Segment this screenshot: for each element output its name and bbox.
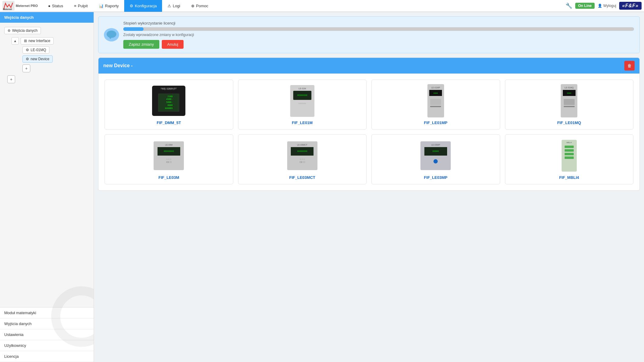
sidebar-item-uzytkownicy[interactable]: Użytkownicy — [0, 340, 94, 351]
add-child-button[interactable]: + — [22, 64, 30, 72]
device-card-le01mq[interactable]: LE-01MQ 0000 FIF_LE01MQ — [505, 80, 634, 130]
nav-pomoc[interactable]: ⊕ Pomoc — [186, 0, 214, 12]
user-icon: 👤 — [598, 4, 602, 8]
ff-brand-logo: «F&F» — [619, 2, 642, 10]
device-panel-header: new Device - 🗑 — [98, 58, 639, 74]
sidebar-item-licencja[interactable]: Licencja — [0, 351, 94, 362]
device-image-mbli4: MBLi4 — [551, 139, 587, 172]
device-image-le01mq: LE-01MQ 0000 — [551, 84, 587, 117]
add-root-button[interactable]: + — [7, 75, 15, 83]
interface-node[interactable]: ⊞ new Interface — [21, 37, 54, 44]
license-info: Stopień wykorzystanie licencji Zostały w… — [123, 21, 634, 49]
newdevice-node[interactable]: ⚙ new Device — [22, 55, 53, 63]
nav-konfiguracja[interactable]: ⚙ Konfiguracja — [124, 0, 162, 12]
sidebar-tree: ⚙ Wejścia danych ▲ ⊞ new Interface — [0, 23, 94, 307]
action-buttons: Zapisz zmiany Anuluj — [123, 40, 634, 49]
sidebar-item-matematyki[interactable]: Moduł matematyki — [0, 308, 94, 318]
le01mq-node[interactable]: ⚙ LE-01MQ — [22, 46, 49, 54]
nav-logi[interactable]: ⚠ Logi — [162, 0, 186, 12]
device-name-mbli4: FIF_MBLI4 — [559, 175, 579, 180]
device-panel: new Device - 🗑 F&F DMM-5T 21884900-5000-… — [98, 58, 640, 191]
device-image-le03mct: LE-03MCT 00000000 ○ ○ ○ CE ☐ — [284, 139, 320, 172]
sidebar-menu: Moduł matematyki Wyjścia danych Ustawien… — [0, 307, 94, 362]
device-panel-title: new Device - — [103, 63, 133, 68]
nav-status[interactable]: ● Status — [43, 0, 69, 12]
status-icon: ● — [48, 4, 51, 8]
svg-point-2 — [107, 31, 116, 38]
collapse-button[interactable]: ▲ — [12, 37, 19, 44]
pomoc-icon: ⊕ — [191, 4, 194, 8]
app-logo: Meternet Meternet PRO — [2, 1, 38, 11]
main-layout: Wejścia danych ⚙ Wejścia danych ▲ ⊞ new … — [0, 12, 644, 362]
nav-links: ● Status ≡ Pulpit 📊 Raporty ⚙ Konfigurac… — [43, 0, 566, 12]
device-image-le03m: LE-03M 00000000 ○ ○ ○ CE ☐ — [151, 139, 187, 172]
device-icon2: ⚙ — [26, 57, 29, 61]
tree-branch: ▲ ⊞ new Interface ⚙ LE-01MQ — [12, 37, 89, 72]
device-card-le01m[interactable]: LE-01M 00000000 ○○○○○○ FIF_LE01M — [238, 80, 367, 130]
svg-text:Meternet: Meternet — [3, 8, 12, 10]
license-changed-message: Zostały wprowadzone zmiany w konfiguracj… — [123, 33, 634, 37]
tree-root-node[interactable]: ⚙ Wejścia danych — [4, 27, 41, 34]
online-badge: On Line — [575, 3, 595, 9]
pulpit-icon: ≡ — [74, 4, 76, 8]
device-image-dmm5t: F&F DMM-5T 21884900-5000-8000600089 — [151, 84, 187, 117]
license-title: Stopień wykorzystanie licencji — [123, 21, 634, 25]
device-card-mbli4[interactable]: MBLi4 FIF_MBLI4 — [505, 134, 634, 184]
tree-node-newdevice: ⚙ new Device — [22, 55, 89, 63]
delete-button[interactable]: 🗑 — [624, 61, 635, 71]
wrench-icon: 🔧 — [566, 2, 572, 9]
license-progress-fill — [123, 27, 144, 31]
device-card-le03mp[interactable]: LE-03MP 00000 FIF_LE03MP — [371, 134, 500, 184]
device-card-dmm5t[interactable]: F&F DMM-5T 21884900-5000-8000600089 FIF_… — [105, 80, 233, 130]
device-image-le01m: LE-01M 00000000 ○○○○○○ — [284, 84, 320, 117]
device-name-le01mp: FIF_LE01MP — [424, 120, 447, 125]
tree-children: ⚙ LE-01MQ ⚙ new Device + — [22, 46, 89, 72]
device-name-le03mct: FIF_LE03MCT — [289, 175, 315, 180]
license-section: Stopień wykorzystanie licencji Zostały w… — [98, 16, 640, 53]
raporty-icon: 📊 — [99, 4, 104, 8]
logi-icon: ⚠ — [168, 4, 171, 8]
sidebar: Wejścia danych ⚙ Wejścia danych ▲ ⊞ new … — [0, 12, 94, 362]
device-name-dmm5t: FIF_DMM_5T — [157, 120, 181, 125]
nav-pulpit[interactable]: ≡ Pulpit — [68, 0, 93, 12]
logout-button[interactable]: 👤 Wyloguj — [598, 4, 616, 8]
top-navbar: Meternet Meternet PRO ● Status ≡ Pulpit … — [0, 0, 644, 12]
device-name-le03m: FIF_LE03M — [158, 175, 179, 180]
device-name-le01m: FIF_LE01M — [292, 120, 313, 125]
device-card-le03mct[interactable]: LE-03MCT 00000000 ○ ○ ○ CE ☐ FIF_LE03MCT — [238, 134, 367, 184]
nav-raporty[interactable]: 📊 Raporty — [93, 0, 124, 12]
sidebar-header: Wejścia danych — [0, 12, 94, 23]
topnav-right: 🔧 On Line 👤 Wyloguj «F&F» — [566, 2, 642, 10]
device-name-le03mp: FIF_LE03MP — [424, 175, 447, 180]
tree-add-child: + — [22, 64, 89, 72]
device-name-le01mq: FIF_LE01MQ — [557, 120, 581, 125]
device-image-le01mp: LE-01MP 0000 — [417, 84, 454, 117]
device-card-le03m[interactable]: LE-03M 00000000 ○ ○ ○ CE ☐ FIF_LE03M — [105, 134, 233, 184]
device-icon: ⚙ — [26, 48, 29, 52]
speech-bubble-icon — [104, 28, 119, 41]
device-card-le01mp[interactable]: LE-01MP 0000 FIF_LE01MP — [371, 80, 500, 130]
license-progress-track — [123, 27, 634, 31]
network-icon: ⊞ — [24, 39, 27, 43]
tree-node-le01mq: ⚙ LE-01MQ — [22, 46, 89, 54]
app-title: Meternet PRO — [16, 4, 38, 8]
save-button[interactable]: Zapisz zmiany — [123, 40, 159, 49]
tree-node-interface: ▲ ⊞ new Interface — [12, 37, 89, 44]
sidebar-item-ustawienia[interactable]: Ustawienia — [0, 329, 94, 340]
main-content: Stopień wykorzystanie licencji Zostały w… — [94, 12, 644, 362]
device-image-le03mp: LE-03MP 00000 — [417, 139, 454, 172]
gear-icon: ⚙ — [8, 29, 11, 33]
sidebar-item-wyjscia[interactable]: Wyjścia danych — [0, 318, 94, 329]
cancel-button[interactable]: Anuluj — [162, 40, 184, 49]
konfiguracja-icon: ⚙ — [130, 4, 133, 8]
device-grid: F&F DMM-5T 21884900-5000-8000600089 FIF_… — [98, 74, 639, 190]
